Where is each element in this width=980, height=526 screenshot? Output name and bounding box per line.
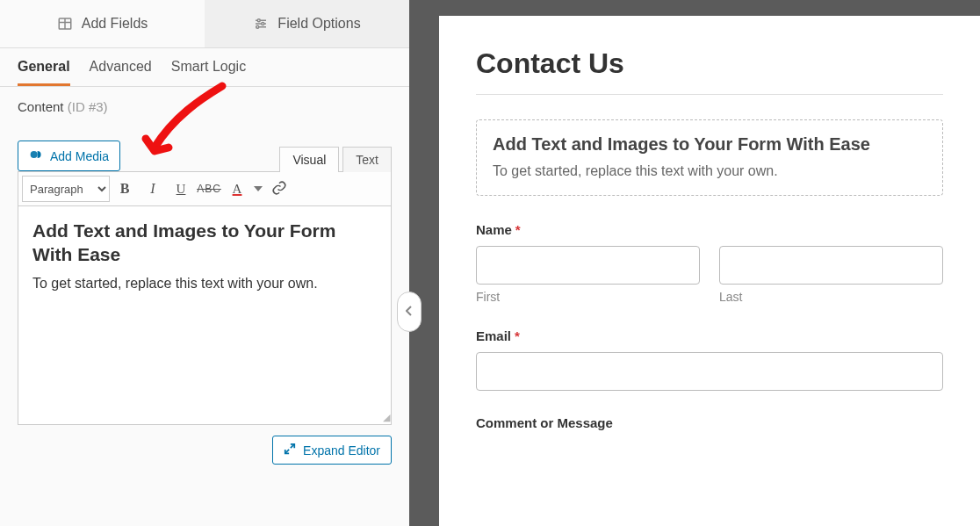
text-color-button[interactable]: A	[224, 176, 250, 202]
grid-icon	[57, 16, 73, 32]
content-preview-heading: Add Text and Images to Your Form With Ea…	[493, 134, 926, 155]
email-label-text: Email	[476, 328, 511, 343]
name-inputs-row: First Last	[476, 246, 943, 304]
tab-field-options[interactable]: Field Options	[205, 0, 409, 47]
add-media-button[interactable]: Add Media	[18, 141, 120, 171]
strikethrough-icon: ABC	[197, 183, 221, 195]
editor-body: To get started, replace this text with y…	[32, 276, 377, 292]
expand-row: Expand Editor	[0, 425, 409, 465]
content-label-text: Content	[18, 99, 64, 114]
editor-tab-visual[interactable]: Visual	[279, 147, 339, 172]
tab-add-fields-label: Add Fields	[82, 16, 148, 32]
svg-point-9	[31, 151, 38, 158]
tab-field-options-label: Field Options	[277, 16, 360, 32]
media-icon	[29, 148, 43, 164]
first-name-column: First	[476, 246, 700, 304]
tab-add-fields[interactable]: Add Fields	[0, 0, 205, 47]
comment-field-label: Comment or Message	[476, 415, 943, 430]
format-select[interactable]: Paragraph	[22, 176, 110, 202]
content-field-preview[interactable]: Add Text and Images to Your Form With Ea…	[476, 119, 943, 196]
left-panel: Add Fields Field Options General Advance…	[0, 0, 409, 526]
svg-point-8	[256, 25, 259, 28]
strikethrough-button[interactable]: ABC	[196, 176, 222, 202]
form-preview: Contact Us Add Text and Images to Your F…	[439, 16, 980, 526]
content-id-text: (ID #3)	[68, 99, 108, 114]
name-label-text: Name	[476, 222, 512, 237]
underline-icon: U	[177, 182, 186, 197]
bold-button[interactable]: B	[112, 176, 138, 202]
bold-icon: B	[120, 181, 130, 197]
comment-label-text: Comment or Message	[476, 415, 613, 430]
form-title: Contact Us	[476, 47, 943, 80]
name-field-label: Name*	[476, 222, 943, 237]
collapse-panel-button[interactable]	[397, 292, 422, 332]
email-input[interactable]	[476, 352, 943, 391]
italic-icon: I	[150, 181, 155, 197]
preview-wrapper: Contact Us Add Text and Images to Your F…	[439, 0, 980, 526]
italic-button[interactable]: I	[140, 176, 166, 202]
link-icon	[271, 180, 287, 198]
media-row: Add Media Visual Text	[0, 123, 409, 171]
first-name-sublabel: First	[476, 290, 700, 304]
editor-mode-tabs: Visual Text	[279, 146, 392, 171]
content-preview-body: To get started, replace this text with y…	[493, 163, 926, 179]
editor-content-area[interactable]: Add Text and Images to Your Form With Ea…	[18, 205, 392, 425]
last-name-column: Last	[719, 246, 943, 304]
last-name-sublabel: Last	[719, 290, 943, 304]
last-name-input[interactable]	[719, 246, 943, 285]
email-field-label: Email*	[476, 328, 943, 343]
svg-point-7	[262, 23, 264, 25]
name-field-group[interactable]: Name* First Last	[476, 222, 943, 304]
subtab-smart-logic[interactable]: Smart Logic	[171, 59, 246, 86]
editor-toolbar: Paragraph B I U ABC A	[18, 171, 392, 205]
sliders-icon	[253, 16, 269, 32]
required-asterisk: *	[515, 222, 521, 237]
form-builder-app: Add Fields Field Options General Advance…	[0, 0, 980, 526]
chevron-left-icon	[406, 305, 413, 319]
expand-icon	[284, 443, 296, 458]
panel-top-tabs: Add Fields Field Options	[0, 0, 409, 48]
add-media-label: Add Media	[50, 149, 109, 163]
title-divider	[476, 94, 943, 95]
first-name-input[interactable]	[476, 246, 700, 285]
sub-tabs: General Advanced Smart Logic	[0, 48, 409, 87]
editor-heading: Add Text and Images to Your Form With Ea…	[32, 219, 377, 267]
content-section-label: Content (ID #3)	[0, 87, 409, 123]
subtab-advanced[interactable]: Advanced	[90, 59, 152, 86]
panel-divider	[409, 0, 439, 526]
expand-editor-label: Expand Editor	[303, 443, 380, 458]
text-color-dropdown[interactable]	[252, 186, 264, 191]
subtab-general[interactable]: General	[18, 59, 70, 86]
required-asterisk: *	[515, 328, 520, 343]
expand-editor-button[interactable]: Expand Editor	[272, 436, 392, 465]
email-field-group[interactable]: Email*	[476, 328, 943, 391]
resize-grip-icon[interactable]: ◢	[383, 412, 390, 423]
svg-point-6	[258, 19, 261, 22]
text-color-icon: A	[233, 183, 242, 196]
link-button[interactable]	[266, 176, 292, 202]
underline-button[interactable]: U	[168, 176, 194, 202]
editor-tab-text[interactable]: Text	[342, 147, 392, 172]
comment-field-group[interactable]: Comment or Message	[476, 415, 943, 430]
